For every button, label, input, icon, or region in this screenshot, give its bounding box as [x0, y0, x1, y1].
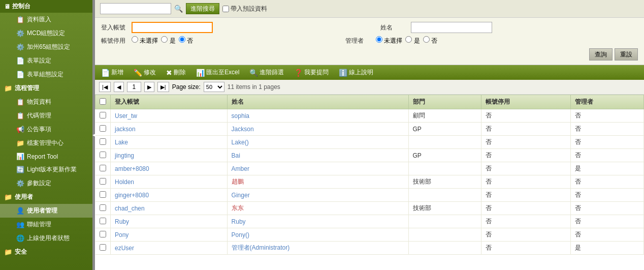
row-checkbox-0[interactable] [95, 109, 111, 123]
export-excel-button[interactable]: 📊 匯出至Excel [194, 67, 241, 78]
row-dept-4 [408, 162, 481, 175]
name-link-2[interactable]: Lake() [232, 139, 249, 146]
login-link-8[interactable]: Ruby [115, 218, 129, 225]
sidebar-top[interactable]: 🖥 控制台 [0, 0, 92, 13]
select-all-checkbox[interactable] [100, 98, 106, 105]
sidebar-item-file-center[interactable]: 📁檔案管理中心 [0, 136, 92, 150]
login-link-9[interactable]: Pony [115, 231, 128, 238]
current-page-input[interactable] [127, 82, 141, 92]
login-label: 登入帳號 [101, 23, 126, 32]
disabled-option-unselected[interactable]: 未選擇 [132, 36, 158, 45]
search-input[interactable] [100, 3, 171, 14]
row-checkbox-3[interactable] [95, 149, 111, 162]
page-size-select[interactable]: 10 20 50 100 [204, 82, 224, 92]
advanced-search-button[interactable]: 進階搜尋 [186, 3, 219, 14]
name-link-1[interactable]: Jackson [232, 126, 254, 133]
add-icon: 📄 [101, 69, 110, 77]
row-checkbox-5[interactable] [95, 175, 111, 189]
sidebar-item-announcement[interactable]: 📢公告事項 [0, 123, 92, 136]
sidebar-item-group-mgmt[interactable]: 👥聯組管理 [0, 218, 92, 231]
row-checkbox-4[interactable] [95, 162, 111, 175]
row-disabled-9: 否 [481, 228, 571, 242]
admin-option-yes[interactable]: 是 [405, 36, 420, 45]
login-link-5[interactable]: Holden [115, 178, 134, 186]
sidebar-item-material[interactable]: 📋物質資料 [0, 95, 92, 109]
next-page-button[interactable]: ▶ [144, 82, 154, 92]
sidebar-item-form-config[interactable]: 📄表單設定 [0, 54, 92, 68]
row-dept-6 [408, 189, 481, 202]
row-dept-9 [408, 228, 481, 242]
sidebar-label-announcement: 公告事項 [27, 125, 51, 134]
table-row: Ruby Ruby 否 否 [95, 215, 644, 228]
sidebar-label-users: 使用者 [15, 193, 33, 201]
login-link-1[interactable]: jackson [115, 126, 136, 133]
row-checkbox-9[interactable] [95, 228, 111, 242]
row-checkbox-10[interactable] [95, 242, 111, 255]
name-link-9[interactable]: Pony() [232, 231, 249, 238]
help-button[interactable]: ❓ 我要提問 [292, 67, 331, 78]
name-link-3[interactable]: Bai [232, 152, 240, 159]
sidebar-item-security[interactable]: 📁安全 [0, 245, 92, 259]
reset-button[interactable]: 重設 [615, 48, 638, 61]
row-checkbox-7[interactable] [95, 202, 111, 215]
edit-button[interactable]: ✏️ 修改 [132, 67, 158, 78]
sidebar-icon-form-group-config: 📄 [16, 71, 24, 78]
row-checkbox-8[interactable] [95, 215, 111, 228]
preset-data-checkbox-label[interactable]: 帶入預設資料 [222, 5, 267, 13]
login-link-3[interactable]: jingting [115, 152, 134, 159]
login-link-4[interactable]: amber+8080 [115, 165, 149, 172]
name-link-5[interactable]: 趙鵬 [232, 178, 244, 185]
query-button[interactable]: 查詢 [589, 48, 613, 61]
sidebar-item-ca65-config[interactable]: ⚙️加州65組態設定 [0, 40, 92, 54]
row-name-4: Amber [227, 162, 408, 175]
sidebar-label-form-group-config: 表單組態設定 [27, 70, 63, 79]
sidebar-item-form-group-config[interactable]: 📄表單組態設定 [0, 68, 92, 81]
preset-data-checkbox[interactable] [222, 6, 229, 12]
admin-option-unselected[interactable]: 未選擇 [376, 36, 402, 45]
sidebar-item-mcd-config[interactable]: ⚙️MCD組態設定 [0, 26, 92, 40]
name-link-7[interactable]: 东东 [232, 204, 244, 212]
name-input[interactable] [411, 22, 492, 33]
sidebar-item-report-tool[interactable]: 📊Report Tool [0, 150, 92, 163]
login-link-10[interactable]: ezUser [115, 245, 134, 252]
prev-page-button[interactable]: ◀ [114, 82, 124, 92]
row-checkbox-6[interactable] [95, 189, 111, 202]
row-checkbox-1[interactable] [95, 123, 111, 136]
last-page-button[interactable]: ▶| [157, 82, 169, 92]
name-link-4[interactable]: Amber [232, 165, 249, 172]
help-label: 我要提問 [304, 68, 329, 77]
sidebar-item-data-import[interactable]: 📋資料匯入 [0, 13, 92, 26]
sidebar-item-light-update[interactable]: 🔄Light版本更新作業 [0, 163, 92, 176]
disabled-option-no[interactable]: 否 [179, 36, 193, 45]
login-link-7[interactable]: chad_chen [115, 205, 145, 212]
sidebar-item-users[interactable]: 📁使用者 [0, 190, 92, 204]
name-link-6[interactable]: Ginger [232, 192, 250, 199]
advanced-filter-button[interactable]: 🔍 進階篩選 [247, 67, 286, 78]
login-link-0[interactable]: User_tw [115, 112, 137, 119]
first-page-button[interactable]: |◀ [99, 82, 111, 92]
row-admin-4: 是 [571, 162, 644, 175]
delete-button[interactable]: ✖ 刪除 [164, 67, 188, 78]
disabled-option-yes[interactable]: 是 [161, 36, 175, 45]
login-input[interactable] [132, 22, 213, 33]
sidebar-item-params-config[interactable]: ⚙️參數設定 [0, 176, 92, 190]
name-link-10[interactable]: 管理者(Administrator) [232, 244, 290, 251]
page-size-label: Page size: [172, 83, 201, 91]
login-link-2[interactable]: Lake [115, 139, 128, 146]
sidebar-label-user-mgmt: 使用者管理 [27, 206, 57, 215]
add-button[interactable]: 📄 新增 [99, 67, 125, 78]
sidebar-item-code-mgmt[interactable]: 📋代碼管理 [0, 109, 92, 123]
name-link-8[interactable]: Ruby [232, 218, 246, 225]
sidebar-icon-mcd-config: ⚙️ [16, 29, 24, 37]
sidebar-item-user-mgmt[interactable]: 👤使用者管理 [0, 204, 92, 218]
row-login-3: jingting [111, 149, 228, 162]
online-help-button[interactable]: ℹ️ 線上說明 [337, 67, 375, 78]
sidebar-item-online-users[interactable]: 🌐上線使用者狀態 [0, 231, 92, 245]
sidebar-item-process-mgmt[interactable]: 📁流程管理 [0, 81, 92, 95]
row-login-10: ezUser [111, 242, 228, 255]
row-checkbox-2[interactable] [95, 136, 111, 149]
login-link-6[interactable]: ginger+8080 [115, 192, 149, 199]
admin-option-no[interactable]: 否 [423, 36, 437, 45]
table-row: chad_chen 东东 技術部 否 否 [95, 202, 644, 215]
name-link-0[interactable]: sophia [232, 112, 249, 119]
